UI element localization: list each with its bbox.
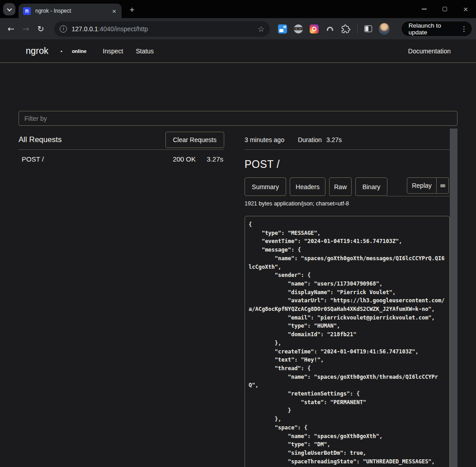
site-info-icon[interactable]: i [60, 25, 67, 33]
browser-toolbar: ← → ↻ i 127.0.0.1:4040/inspect/http ☆ Re… [0, 18, 476, 39]
reload-button[interactable]: ↻ [33, 21, 48, 37]
detail-meta-row: 3 minutes ago Duration 3.27s [245, 130, 450, 149]
address-bar[interactable]: i 127.0.0.1:4040/inspect/http ☆ [54, 21, 270, 37]
time-ago: 3 minutes ago [245, 136, 284, 143]
back-button[interactable]: ← [4, 21, 19, 37]
request-row[interactable]: POST / 200 OK 3.27s [19, 150, 224, 168]
nav-documentation[interactable]: Documentation [408, 48, 451, 55]
requests-panel: All Requests Clear Requests POST / 200 O… [19, 126, 224, 168]
url-text: 127.0.0.1:4040/inspect/http [71, 25, 148, 33]
browser-window: n ngrok - Inspect × + × ← → ↻ i 127.0.0.… [0, 0, 476, 467]
extensions-puzzle-icon[interactable] [341, 24, 350, 33]
url-host: 127.0.0.1 [71, 25, 98, 33]
status-dot: • [61, 48, 62, 54]
extension-goggles-icon[interactable] [294, 24, 303, 33]
page-container: All Requests Clear Requests POST / 200 O… [19, 102, 457, 467]
extensions-row: Relaunch to update ⋮ [278, 21, 472, 37]
toolbar-separator [357, 24, 358, 33]
requests-header: All Requests Clear Requests [19, 130, 224, 149]
forward-button[interactable]: → [19, 21, 33, 37]
replay-dropdown-icon [440, 184, 445, 187]
detail-panel: 3 minutes ago Duration 3.27s POST / Summ… [245, 129, 457, 467]
ngrok-navbar: ngrok • online Inspect Status Documentat… [0, 39, 476, 63]
replay-dropdown-button[interactable] [437, 177, 449, 194]
clear-requests-button[interactable]: Clear Requests [165, 132, 225, 148]
maximize-button[interactable] [434, 0, 455, 18]
request-body-json: { "type": "MESSAGE", "eventTime": "2024-… [249, 220, 446, 467]
relaunch-button[interactable]: Relaunch to update ⋮ [401, 21, 472, 37]
replay-button[interactable]: Replay [407, 177, 437, 194]
extension-arc-icon[interactable] [325, 24, 335, 33]
extension-windows-icon[interactable] [278, 24, 287, 33]
duration-label: Duration [298, 136, 322, 143]
extension-camera-icon[interactable] [310, 24, 319, 33]
detail-scrollbar[interactable] [450, 129, 457, 467]
brand-link[interactable]: ngrok [26, 46, 48, 56]
close-button[interactable]: × [455, 0, 476, 18]
maximize-icon [443, 7, 447, 11]
side-panel-button[interactable] [364, 25, 372, 32]
request-method-path: POST / [22, 155, 173, 163]
tab-summary[interactable]: Summary [245, 177, 286, 196]
close-icon: × [463, 5, 468, 14]
bookmark-star-icon[interactable]: ☆ [258, 24, 264, 33]
nav-inspect[interactable]: Inspect [103, 48, 123, 55]
tab-raw[interactable]: Raw [329, 177, 352, 196]
detail-tabs-row: Summary Headers Raw Binary Replay [245, 177, 450, 196]
request-body-box: { "type": "MESSAGE", "eventTime": "2024-… [245, 216, 450, 467]
relaunch-label: Relaunch to update [409, 22, 456, 36]
tab-binary[interactable]: Binary [355, 177, 387, 196]
profile-avatar[interactable] [379, 23, 390, 35]
filter-input[interactable] [19, 111, 457, 126]
browser-menu-icon[interactable]: ⋮ [461, 25, 467, 33]
scrollbar-thumb[interactable] [450, 129, 457, 467]
nav-status[interactable]: Status [136, 48, 154, 55]
replay-group: Replay [407, 177, 449, 194]
chevron-down-icon [7, 6, 12, 11]
new-tab-button[interactable]: + [127, 5, 137, 15]
request-duration: 3.27s [203, 155, 223, 163]
minimize-button[interactable] [414, 0, 434, 18]
status-online: online [72, 48, 86, 54]
tab-headers[interactable]: Headers [290, 177, 325, 196]
duration-value: 3.27s [326, 136, 342, 143]
browser-tab[interactable]: n ngrok - Inspect × [19, 4, 122, 18]
window-controls: × [414, 0, 476, 18]
tabs-underline [386, 196, 450, 196]
tab-close-button[interactable]: × [111, 7, 117, 15]
requests-title: All Requests [19, 135, 61, 144]
ngrok-page: ngrok • online Inspect Status Documentat… [0, 39, 476, 467]
url-path: :4040/inspect/http [98, 25, 148, 33]
tab-search-button[interactable] [3, 3, 15, 15]
tab-strip: n ngrok - Inspect × + × [0, 0, 476, 18]
minimize-icon [422, 9, 427, 10]
detail-title: POST / [245, 158, 450, 171]
request-status: 200 OK [173, 155, 196, 163]
columns: All Requests Clear Requests POST / 200 O… [19, 126, 457, 467]
content-meta: 1921 bytes application/json; charset=utf… [245, 200, 450, 207]
divider [245, 149, 450, 150]
ngrok-favicon-icon: n [23, 7, 31, 15]
tab-title: ngrok - Inspect [35, 8, 111, 14]
